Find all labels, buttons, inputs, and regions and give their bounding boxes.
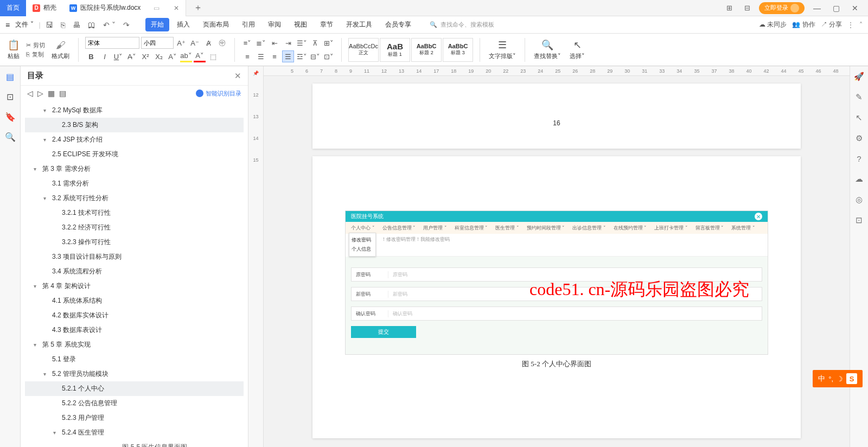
device-icon[interactable]: ⊡	[856, 215, 863, 225]
toc-item[interactable]: 3.3 项目设计目标与原则	[25, 250, 244, 264]
toc-item[interactable]: 4.2 数据库实体设计	[25, 308, 244, 323]
style-normal[interactable]: AaBbCcDc正文	[348, 38, 379, 62]
toc-icon[interactable]: ▤	[6, 72, 14, 82]
toc-item[interactable]: ▾5.2.4 医生管理	[25, 425, 244, 440]
close-tab-icon[interactable]: ✕	[174, 4, 179, 12]
toc-item[interactable]: 4.3 数据库表设计	[25, 323, 244, 337]
tabstop-button[interactable]: ⊡˅	[323, 50, 335, 62]
rtab-reference[interactable]: 引用	[237, 18, 260, 31]
maximize-icon[interactable]: ▢	[829, 3, 843, 14]
rtab-dev[interactable]: 开发工具	[341, 18, 378, 31]
share-button[interactable]: ↗ 分享	[821, 20, 842, 29]
font-color-button[interactable]: A˅	[194, 50, 206, 62]
minimize-icon[interactable]: —	[810, 3, 824, 14]
save-icon[interactable]: 🖫	[43, 20, 56, 30]
smart-toc-button[interactable]: 智能识别目录	[196, 90, 241, 98]
toc-item[interactable]: 3.2.1 技术可行性	[25, 206, 244, 220]
superscript-button[interactable]: X²	[139, 50, 151, 62]
paste-group[interactable]: 📋粘贴	[5, 39, 22, 60]
toc-collapse-icon[interactable]: ▤	[59, 89, 66, 98]
pointer-icon[interactable]: ↖	[856, 113, 863, 123]
align-right-button[interactable]: ≡	[269, 50, 280, 62]
rtab-review[interactable]: 审阅	[263, 18, 286, 31]
toc-item[interactable]: 5.1 登录	[25, 352, 244, 367]
toc-item[interactable]: 2.5 ECLIPSE 开发环境	[25, 147, 244, 162]
coop-button[interactable]: 👥 协作	[792, 20, 815, 29]
align-center-button[interactable]: ☰	[255, 50, 267, 62]
toc-item[interactable]: 5.2.3 用户管理	[25, 411, 244, 425]
apps-icon[interactable]: ⊟	[741, 3, 754, 13]
find-replace[interactable]: 🔍查找替换˅	[532, 39, 563, 60]
rtab-layout[interactable]: 页面布局	[197, 18, 234, 31]
settings-slider-icon[interactable]: ⚙	[856, 133, 863, 143]
ime-indicator[interactable]: 中°,☽ S	[813, 370, 863, 387]
new-tab-button[interactable]: ＋	[186, 0, 210, 16]
toc-item[interactable]: ▾第 4 章 架构设计	[25, 279, 244, 293]
bullets-button[interactable]: ≡˅	[241, 37, 253, 49]
toc-item[interactable]: ▾5.2 管理员功能模块	[25, 367, 244, 381]
copy-button[interactable]: ⎘复制	[26, 50, 45, 59]
toc-item[interactable]: ▾3.2 系统可行性分析	[25, 191, 244, 206]
style-h3[interactable]: AaBbC标题 3	[443, 38, 473, 62]
distribute-button[interactable]: ☲˅	[296, 50, 308, 62]
toc-item[interactable]: ▾2.2 MySql 数据库	[25, 103, 244, 118]
phonetic-icon[interactable]: ㊥	[216, 37, 228, 49]
clear-format-icon[interactable]: A̷	[202, 37, 214, 49]
more-icon[interactable]: ⋮	[847, 21, 854, 29]
align-left-button[interactable]: ≡	[241, 50, 253, 62]
print-icon[interactable]: 🖶	[70, 20, 83, 30]
cloud-icon[interactable]: ☁	[855, 174, 863, 184]
toc-item[interactable]: ▾第 5 章 系统实现	[25, 337, 244, 352]
rtab-start[interactable]: 开始	[145, 18, 169, 31]
toc-item[interactable]: 3.2.3 操作可行性	[25, 235, 244, 250]
search-panel-icon[interactable]: 🔍	[5, 132, 16, 142]
indent-inc-button[interactable]: ⇥	[282, 37, 294, 49]
text-effect-button[interactable]: A˅	[167, 50, 178, 62]
tab-doke[interactable]: D稻壳	[26, 0, 63, 16]
toc-item[interactable]: 3.1 需求分析	[25, 176, 244, 191]
toc-item[interactable]: ▾2.4 JSP 技术介绍	[25, 132, 244, 147]
sync-status[interactable]: ☁ 未同步	[759, 20, 787, 29]
sort-button[interactable]: ⊼	[309, 37, 321, 49]
rtab-insert[interactable]: 插入	[171, 18, 195, 31]
style-gallery[interactable]: AaBbCcDc正文 AaB标题 1 AaBbC标题 2 AaBbC标题 3	[348, 38, 473, 62]
increase-font-icon[interactable]: A⁺	[175, 37, 187, 49]
style-h1[interactable]: AaB标题 1	[380, 38, 410, 62]
subscript-button[interactable]: X₂	[153, 50, 165, 62]
italic-button[interactable]: I	[99, 50, 111, 62]
rtab-chapter[interactable]: 章节	[315, 18, 339, 31]
select-group[interactable]: ↖选择˅	[567, 39, 587, 60]
bookmark-icon[interactable]: 🔖	[5, 112, 16, 122]
file-menu[interactable]: 文件 ˅	[12, 19, 36, 30]
collapse-ribbon-icon[interactable]: ˄	[859, 21, 863, 29]
layout-icon[interactable]: ⊞	[723, 3, 736, 13]
toc-item[interactable]: 图 5-5 医生信息界面图	[25, 440, 244, 447]
toc-nav-left-icon[interactable]: ◁	[27, 89, 33, 98]
hamburger-icon[interactable]: ≡	[5, 21, 10, 29]
toc-item[interactable]: 2.3 B/S 架构	[25, 118, 244, 132]
toc-item[interactable]: 3.4 系统流程分析	[25, 264, 244, 279]
format-brush[interactable]: 🖌格式刷	[49, 40, 72, 60]
toc-item[interactable]: 5.2.1 个人中心	[25, 381, 244, 396]
numbering-button[interactable]: ≣˅	[255, 37, 267, 49]
tab-menu-icon[interactable]: ▭	[154, 4, 159, 12]
indent-dec-button[interactable]: ⇤	[269, 37, 280, 49]
redo-icon[interactable]: ↷	[120, 20, 132, 30]
tab-document[interactable]: W 医院挂号系统lw.docx ▭ ✕	[63, 0, 186, 16]
border-button[interactable]: ⊞˅	[323, 37, 335, 49]
thumbnail-icon[interactable]: ⊡	[7, 92, 14, 102]
strike-button[interactable]: A̶˅	[126, 50, 138, 62]
target-icon[interactable]: ◎	[856, 195, 863, 205]
underline-button[interactable]: U˅	[112, 50, 124, 62]
saveas-icon[interactable]: ⎘	[58, 20, 68, 30]
toc-item[interactable]: 5.2.2 公告信息管理	[25, 396, 244, 411]
document-area[interactable]: 5678911121314171819202223242526282930313…	[264, 66, 850, 447]
decrease-font-icon[interactable]: A⁻	[189, 37, 201, 49]
toc-nav-right-icon[interactable]: ▷	[37, 89, 43, 98]
tab-home[interactable]: 首页	[0, 0, 26, 16]
highlight-button[interactable]: ab˅	[180, 50, 192, 62]
align-justify-button[interactable]: ☰	[282, 50, 294, 62]
size-select[interactable]	[141, 37, 174, 49]
spacing-button[interactable]: ⊟˅	[309, 50, 321, 62]
vruler-pin-icon[interactable]: 📌	[253, 71, 259, 76]
